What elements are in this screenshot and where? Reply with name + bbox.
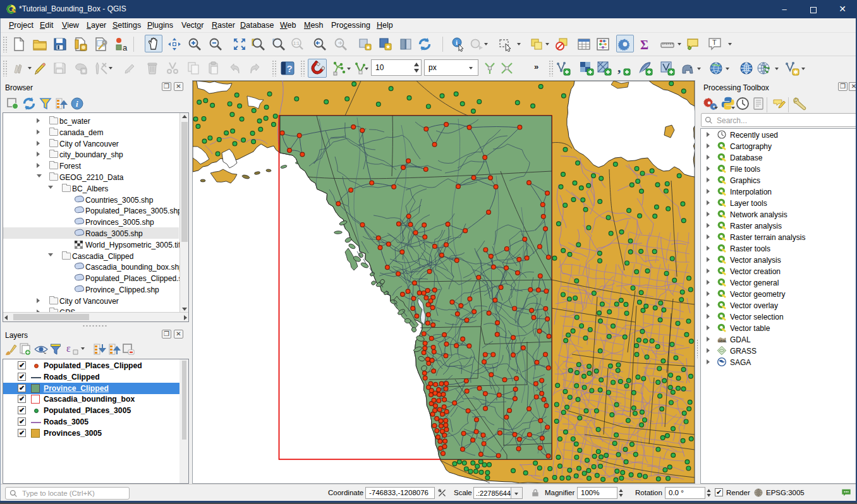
svg-text:1:1: 1:1 — [293, 41, 300, 45]
svg-text:i: i — [76, 99, 78, 109]
svg-text:,: , — [617, 61, 621, 75]
svg-text:?: ? — [287, 63, 293, 74]
svg-text:Σ: Σ — [640, 38, 648, 52]
svg-text:a: a — [123, 43, 128, 52]
svg-text:i: i — [456, 39, 458, 46]
svg-text:ε: ε — [66, 343, 71, 354]
svg-text:GDAL: GDAL — [719, 340, 727, 343]
svg-text:T: T — [712, 39, 717, 46]
